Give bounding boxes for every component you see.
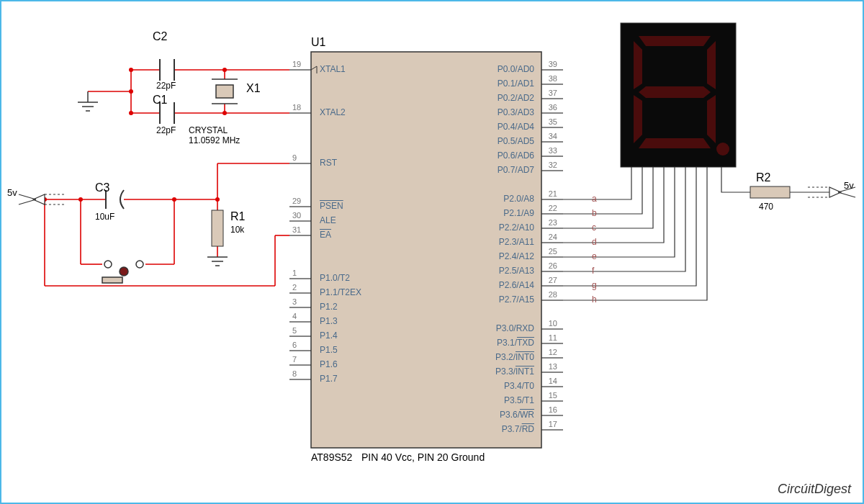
pin-label-P0.5/AD5: P0.5/AD5 xyxy=(498,136,534,146)
pin-num-15: 15 xyxy=(549,391,557,400)
pin-num-19: 19 xyxy=(292,60,301,68)
svg-point-90 xyxy=(136,261,143,268)
5v-right: 5v xyxy=(844,180,854,191)
pin-num-9: 9 xyxy=(292,153,297,162)
pin-label-P1.3: P1.3 xyxy=(320,316,338,326)
segment-g: g xyxy=(592,280,597,290)
c3-ref: C3 xyxy=(95,181,109,194)
svg-marker-99 xyxy=(639,138,711,148)
pin-label-ALE: ALE xyxy=(320,215,336,225)
pin-label-P2.6/A14: P2.6/A14 xyxy=(499,280,534,290)
pin-label-P1.1/T2EX: P1.1/T2EX xyxy=(320,287,361,297)
pin-label-P3.0/RXD: P3.0/RXD xyxy=(496,323,534,333)
ic-caption: PIN 40 Vcc, PIN 20 Ground xyxy=(361,451,485,463)
svg-point-64 xyxy=(222,111,227,115)
svg-point-89 xyxy=(104,261,112,268)
pin-label-P0.4/AD4: P0.4/AD4 xyxy=(498,122,534,132)
pin-num-29: 29 xyxy=(292,197,301,205)
pin-num-24: 24 xyxy=(549,233,557,241)
schematic-frame: U1 AT89S52 PIN 40 Vcc, PIN 20 Ground 19X… xyxy=(0,0,864,504)
c2-val: 22pF xyxy=(156,81,176,91)
pin-label-P3.1/TXD: P3.1/TXD xyxy=(497,338,534,348)
pin-num-12: 12 xyxy=(549,348,557,356)
pin-label-P3.4/T0: P3.4/T0 xyxy=(504,381,534,391)
pin-label-RST: RST xyxy=(320,158,337,168)
svg-marker-98 xyxy=(639,86,711,98)
pin-label-P0.7/AD7: P0.7/AD7 xyxy=(498,165,534,175)
svg-point-61 xyxy=(129,89,133,94)
pin-num-28: 28 xyxy=(549,290,557,299)
pin-label-XTAL1: XTAL1 xyxy=(320,64,346,74)
pin-num-21: 21 xyxy=(549,189,557,198)
pin-num-34: 34 xyxy=(549,132,557,140)
pin-num-30: 30 xyxy=(292,211,301,220)
pin-label-P1.7: P1.7 xyxy=(320,374,338,384)
r1-ref: R1 xyxy=(230,210,245,223)
r2-val: 470 xyxy=(759,202,773,212)
pin-num-10: 10 xyxy=(549,319,557,328)
pin-num-5: 5 xyxy=(292,326,297,335)
c1-val: 22pF xyxy=(156,125,176,135)
pin-label-P2.3/A11: P2.3/A11 xyxy=(499,237,534,247)
pin-num-35: 35 xyxy=(549,117,557,126)
ic-part: AT89S52 xyxy=(311,451,352,463)
segment-h: h xyxy=(592,294,597,305)
segment-c: c xyxy=(592,222,596,233)
r1-val: 10k xyxy=(230,225,244,235)
pin-num-11: 11 xyxy=(549,333,557,342)
pin-label-P2.5/A13: P2.5/A13 xyxy=(499,266,534,276)
svg-point-62 xyxy=(129,111,133,115)
pin-label-P0.0/AD0: P0.0/AD0 xyxy=(498,64,534,74)
c2-ref: C2 xyxy=(153,30,167,43)
pin-num-6: 6 xyxy=(292,341,297,349)
pin-num-2: 2 xyxy=(292,283,297,292)
schematic-svg xyxy=(1,1,863,503)
r2-ref: R2 xyxy=(756,171,770,184)
svg-point-60 xyxy=(129,68,133,72)
pin-label-P1.4: P1.4 xyxy=(320,330,338,341)
pin-label-P0.2/AD2: P0.2/AD2 xyxy=(498,93,534,103)
svg-point-81 xyxy=(172,197,176,202)
pin-num-23: 23 xyxy=(549,218,557,227)
pin-num-17: 17 xyxy=(549,420,557,428)
pin-num-39: 39 xyxy=(549,60,557,68)
svg-line-118 xyxy=(838,192,855,197)
pin-num-7: 7 xyxy=(292,355,297,364)
pin-num-33: 33 xyxy=(549,146,557,155)
pin-label-P2.0/A8: P2.0/A8 xyxy=(503,194,534,204)
pin-label-P1.5: P1.5 xyxy=(320,345,338,355)
svg-point-104 xyxy=(716,143,729,156)
5v-left: 5v xyxy=(7,187,17,198)
pin-num-4: 4 xyxy=(292,312,297,320)
pin-num-18: 18 xyxy=(292,103,301,112)
pin-num-27: 27 xyxy=(549,276,557,284)
pin-num-16: 16 xyxy=(549,405,557,414)
pin-label-P2.7/A15: P2.7/A15 xyxy=(499,294,534,305)
c1-ref: C1 xyxy=(153,94,167,107)
svg-rect-85 xyxy=(212,210,223,246)
pin-label-P0.6/AD6: P0.6/AD6 xyxy=(498,150,534,161)
svg-line-95 xyxy=(19,199,36,204)
pin-label-EA: EA xyxy=(320,230,331,240)
pin-label-P0.3/AD3: P0.3/AD3 xyxy=(498,107,534,117)
segment-a: a xyxy=(592,194,597,204)
pin-num-1: 1 xyxy=(292,269,297,277)
pin-label-P2.2/A10: P2.2/A10 xyxy=(499,222,534,233)
svg-rect-92 xyxy=(102,277,122,283)
pin-label-P1.0/T2: P1.0/T2 xyxy=(320,273,350,283)
segment-d: d xyxy=(592,237,597,247)
pin-num-8: 8 xyxy=(292,369,297,378)
pin-num-14: 14 xyxy=(549,377,557,385)
ic-ref: U1 xyxy=(311,36,325,49)
pin-label-PSEN: PSEN xyxy=(320,201,343,211)
pin-label-P3.3/INT1: P3.3/INT1 xyxy=(495,366,534,377)
x1-ref: X1 xyxy=(246,82,261,95)
pin-label-P1.2: P1.2 xyxy=(320,302,338,312)
pin-num-22: 22 xyxy=(549,204,557,212)
x1-freq: 11.0592 MHz xyxy=(189,135,240,145)
logo: CircúitDigest xyxy=(778,482,851,497)
x1-val: CRYSTAL xyxy=(189,125,228,135)
pin-num-38: 38 xyxy=(549,74,557,83)
pin-num-3: 3 xyxy=(292,297,297,306)
svg-marker-97 xyxy=(639,36,711,46)
